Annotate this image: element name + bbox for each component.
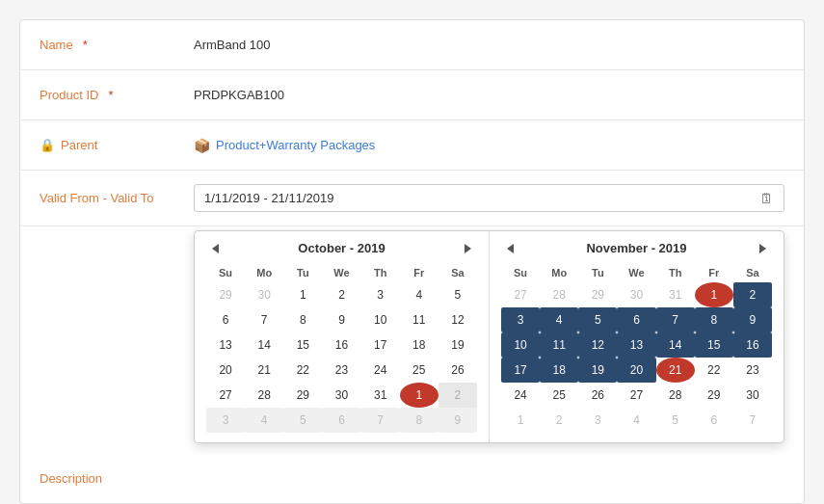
oct-cell[interactable]: 6 <box>322 408 360 433</box>
nov-cell[interactable]: 22 <box>695 358 733 383</box>
nov-cell[interactable]: 10 <box>501 332 540 358</box>
nov-cell[interactable]: 19 <box>578 358 617 383</box>
nov-cell[interactable]: 14 <box>656 332 695 358</box>
nov-cell[interactable]: 23 <box>733 358 772 383</box>
nov-cell[interactable]: 25 <box>540 383 578 408</box>
oct-cell[interactable]: 20 <box>206 358 245 383</box>
oct-cell[interactable]: 11 <box>400 307 439 332</box>
nov-cell[interactable]: 3 <box>578 408 617 433</box>
november-next-button[interactable] <box>754 242 772 255</box>
calendar-icon[interactable]: 🗓 <box>759 190 774 206</box>
oct-cell[interactable]: 4 <box>245 408 283 433</box>
oct-cell[interactable]: 5 <box>283 408 322 433</box>
nov-cell[interactable]: 5 <box>656 408 695 433</box>
oct-cell[interactable]: 8 <box>283 307 322 332</box>
oct-day-we: We <box>322 263 360 282</box>
nov-cell[interactable]: 18 <box>540 358 578 383</box>
oct-cell[interactable]: 2 <box>439 383 477 408</box>
oct-cell[interactable]: 8 <box>400 408 439 433</box>
oct-cell[interactable]: 30 <box>245 282 283 307</box>
nov-cell[interactable]: 27 <box>617 383 655 408</box>
oct-cell-nov1[interactable]: 1 <box>400 383 439 408</box>
october-next-button[interactable] <box>459 242 477 255</box>
oct-cell[interactable]: 27 <box>206 383 245 408</box>
parent-label: 🔒 Parent <box>40 138 194 152</box>
november-prev-button[interactable] <box>501 242 519 255</box>
oct-cell[interactable]: 15 <box>283 332 322 358</box>
nov-cell[interactable]: 5 <box>578 307 617 332</box>
oct-cell[interactable]: 29 <box>206 282 245 307</box>
oct-cell[interactable]: 7 <box>361 408 400 433</box>
nov-right-arrow-icon <box>759 244 766 253</box>
nov-cell[interactable]: 30 <box>617 282 655 307</box>
oct-cell[interactable]: 19 <box>439 332 477 358</box>
oct-cell[interactable]: 16 <box>322 332 360 358</box>
nov-cell[interactable]: 7 <box>733 408 772 433</box>
nov-cell-21[interactable]: 21 <box>656 358 695 383</box>
oct-cell[interactable]: 23 <box>322 358 360 383</box>
oct-cell[interactable]: 25 <box>400 358 439 383</box>
nov-cell[interactable]: 6 <box>617 307 655 332</box>
oct-cell[interactable]: 13 <box>206 332 245 358</box>
oct-cell[interactable]: 22 <box>283 358 322 383</box>
nov-cell[interactable]: 2 <box>540 408 578 433</box>
nov-cell-1[interactable]: 1 <box>695 282 733 307</box>
nov-cell[interactable]: 27 <box>501 282 540 307</box>
oct-cell[interactable]: 29 <box>283 383 322 408</box>
oct-cell[interactable]: 26 <box>439 358 477 383</box>
nov-cell[interactable]: 4 <box>617 408 655 433</box>
nov-cell[interactable]: 24 <box>501 383 540 408</box>
calendar-dropdown: October - 2019 Su Mo Tu We Th Fr <box>194 230 784 443</box>
nov-cell[interactable]: 2 <box>733 282 772 307</box>
oct-cell[interactable]: 14 <box>245 332 283 358</box>
nov-cell[interactable]: 3 <box>501 307 540 332</box>
nov-cell[interactable]: 17 <box>501 358 540 383</box>
nov-cell[interactable]: 16 <box>733 332 772 358</box>
name-row: Name * ArmBand 100 <box>20 20 804 70</box>
nov-cell[interactable]: 29 <box>695 383 733 408</box>
nov-cell[interactable]: 4 <box>540 307 578 332</box>
oct-cell[interactable]: 7 <box>245 307 283 332</box>
oct-cell[interactable]: 9 <box>439 408 477 433</box>
october-prev-button[interactable] <box>206 242 225 255</box>
productid-value: PRDPKGAB100 <box>194 88 784 102</box>
nov-cell[interactable]: 11 <box>540 332 578 358</box>
oct-cell[interactable]: 5 <box>439 282 477 307</box>
parent-link-text[interactable]: Product+Warranty Packages <box>216 138 375 152</box>
nov-cell[interactable]: 28 <box>656 383 695 408</box>
nov-cell[interactable]: 31 <box>656 282 695 307</box>
oct-cell[interactable]: 17 <box>361 332 400 358</box>
nov-cell[interactable]: 28 <box>540 282 578 307</box>
nov-cell[interactable]: 13 <box>617 332 655 358</box>
oct-cell[interactable]: 10 <box>361 307 400 332</box>
nov-cell[interactable]: 7 <box>656 307 695 332</box>
oct-cell[interactable]: 12 <box>439 307 477 332</box>
nov-cell[interactable]: 9 <box>733 307 772 332</box>
nov-cell[interactable]: 1 <box>501 408 540 433</box>
oct-cell[interactable]: 4 <box>400 282 439 307</box>
nov-cell[interactable]: 8 <box>695 307 733 332</box>
nov-cell[interactable]: 26 <box>578 383 617 408</box>
oct-cell[interactable]: 6 <box>206 307 245 332</box>
form-container: Name * ArmBand 100 Product ID * PRDPKGAB… <box>19 19 805 504</box>
oct-cell[interactable]: 3 <box>361 282 400 307</box>
oct-cell[interactable]: 31 <box>361 383 400 408</box>
oct-cell[interactable]: 9 <box>322 307 360 332</box>
nov-cell[interactable]: 29 <box>578 282 617 307</box>
nov-cell[interactable]: 6 <box>695 408 733 433</box>
oct-cell[interactable]: 18 <box>400 332 439 358</box>
oct-cell[interactable]: 24 <box>361 358 400 383</box>
oct-cell[interactable]: 3 <box>206 408 245 433</box>
nov-day-th: Th <box>656 263 695 282</box>
nov-cell[interactable]: 30 <box>733 383 772 408</box>
oct-cell[interactable]: 2 <box>322 282 360 307</box>
oct-cell[interactable]: 30 <box>322 383 360 408</box>
oct-cell[interactable]: 21 <box>245 358 283 383</box>
date-input-wrapper[interactable]: 1/11/2019 - 21/11/2019 🗓 <box>194 184 784 212</box>
oct-cell[interactable]: 1 <box>283 282 322 307</box>
nov-cell[interactable]: 12 <box>578 332 617 358</box>
nov-cell[interactable]: 15 <box>695 332 733 358</box>
parent-value[interactable]: 📦 Product+Warranty Packages <box>194 138 784 153</box>
nov-cell[interactable]: 20 <box>617 358 655 383</box>
oct-cell[interactable]: 28 <box>245 383 283 408</box>
